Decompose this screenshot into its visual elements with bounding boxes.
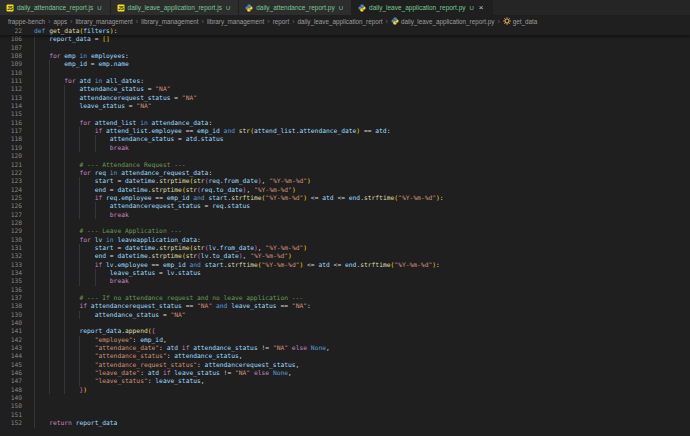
code-text: start = datetime.strptime(str(req.from_d… <box>95 177 311 185</box>
breadcrumb-item-library_management[interactable]: library_management <box>207 18 264 25</box>
code-line[interactable]: 150 <box>0 402 690 410</box>
code-line[interactable]: 109emp_id = emp.name <box>0 60 690 68</box>
breadcrumb-label: library_management <box>207 18 264 25</box>
code-line[interactable]: 151 <box>0 411 690 419</box>
indent-guides <box>34 402 49 410</box>
code-line[interactable]: 108for emp in employees: <box>0 52 690 60</box>
code-line[interactable]: 146"leave_date": atd if leave_status != … <box>0 369 690 377</box>
line-number: 115 <box>0 110 34 118</box>
git-untracked-badge: U <box>97 5 101 11</box>
code-line[interactable]: 113attendancerequest_status = "NA" <box>0 94 690 102</box>
breadcrumb-item-apps[interactable]: apps <box>53 18 67 25</box>
tab-daily_attendance_report.js[interactable]: JSdaily_attendance_report.jsU <box>0 0 111 15</box>
code-line[interactable]: 117if attend_list.employee == emp_id and… <box>0 127 690 135</box>
code-line[interactable]: 148}) <box>0 386 690 394</box>
code-line[interactable]: 107 <box>0 44 690 52</box>
code-text: "leave_date": atd if leave_status != "NA… <box>95 369 292 377</box>
code-text: "leave_status": leave_status, <box>95 377 205 385</box>
line-number: 134 <box>0 269 34 277</box>
code-line[interactable]: 132end = datetime.strptime(str(lv.to_dat… <box>0 252 690 260</box>
code-line[interactable]: 127break <box>0 211 690 219</box>
code-text: report_data.append({ <box>79 327 155 335</box>
code-line[interactable]: 114leave_status = "NA" <box>0 102 690 110</box>
code-line[interactable]: 131start = datetime.strptime(str(lv.from… <box>0 244 690 252</box>
code-line[interactable]: 111for atd in all_dates: <box>0 77 690 85</box>
code-line[interactable]: 141report_data.append({ <box>0 327 690 335</box>
code-line[interactable]: 125if req.employee == emp_id and start.s… <box>0 194 690 202</box>
indent-guides <box>34 286 79 294</box>
breadcrumb-item-frappe-bench[interactable]: frappe-bench <box>8 18 45 25</box>
tab-daily_attendance_report.py[interactable]: daily_attendance_report.pyU <box>239 0 352 15</box>
code-text: attendance_status = atd.status <box>110 135 224 143</box>
code-line[interactable]: 139attendance_status = "NA" <box>0 311 690 319</box>
indent-guides <box>34 311 95 319</box>
code-line[interactable]: 120 <box>0 152 690 160</box>
code-line[interactable]: 129# --- Leave Application --- <box>0 227 690 235</box>
code-line[interactable]: 140 <box>0 319 690 327</box>
code-line[interactable]: 112attendance_status = "NA" <box>0 85 690 93</box>
close-icon[interactable]: × <box>479 5 484 11</box>
code-text: for atd in all_dates: <box>64 77 144 85</box>
tab-daily_leave_application_report.js[interactable]: JSdaily_leave_application_report.jsU <box>111 0 240 15</box>
code-text: for lv in leaveapplication_data: <box>79 236 200 244</box>
code-line[interactable]: 115 <box>0 110 690 118</box>
code-line[interactable]: 134leave_status = lv.status <box>0 269 690 277</box>
breadcrumb-item-report[interactable]: report <box>273 18 289 25</box>
code-line[interactable]: 128 <box>0 219 690 227</box>
git-untracked-badge: U <box>339 5 343 11</box>
code-line[interactable]: 147"leave_status": leave_status, <box>0 377 690 385</box>
code-line[interactable]: 145"attendance_request_status": attendan… <box>0 361 690 369</box>
breadcrumb-item-get_data[interactable]: get_data <box>503 17 538 25</box>
line-number: 110 <box>0 69 34 77</box>
code-line[interactable]: 152return report_data <box>0 419 690 427</box>
line-number: 129 <box>0 227 34 235</box>
indent-guides <box>34 77 64 85</box>
code-line[interactable]: 110 <box>0 69 690 77</box>
line-number: 149 <box>0 394 34 402</box>
code-line[interactable]: 137# --- If no attendance request and no… <box>0 294 690 302</box>
code-text: break <box>110 144 129 152</box>
indent-guides <box>34 194 95 202</box>
indent-guides <box>34 127 95 135</box>
line-number: 130 <box>0 236 34 244</box>
sticky-scroll-line[interactable]: 22def get_data(filters): <box>0 27 690 35</box>
code-line[interactable]: 121# --- Attendance Request --- <box>0 161 690 169</box>
indent-guides <box>34 211 110 219</box>
code-text: for emp in employees: <box>49 52 129 60</box>
code-line[interactable]: 106report_data = [] <box>0 35 690 43</box>
code-line[interactable]: 124end = datetime.strptime(str(req.to_da… <box>0 186 690 194</box>
python-icon <box>391 17 399 25</box>
line-number: 22 <box>0 27 34 35</box>
tab-label: daily_leave_application_report.js <box>128 4 222 11</box>
indent-guides <box>34 394 49 402</box>
code-line[interactable]: 119break <box>0 144 690 152</box>
code-line[interactable]: 123start = datetime.strptime(str(req.fro… <box>0 177 690 185</box>
code-text: return report_data <box>49 419 117 427</box>
tab-bar: JSdaily_attendance_report.jsUJSdaily_lea… <box>0 0 690 15</box>
code-text: attendancerequest_status = req.status <box>110 202 250 210</box>
breadcrumb-item-library_management[interactable]: library_management <box>75 18 132 25</box>
code-line[interactable]: 144"attendance_status": attendance_statu… <box>0 352 690 360</box>
code-line[interactable]: 116for attend_list in attendance_data: <box>0 119 690 127</box>
code-line[interactable]: 22def get_data(filters): <box>0 27 690 35</box>
code-line[interactable]: 136 <box>0 286 690 294</box>
code-line[interactable]: 143"attendance_date": atd if attendance_… <box>0 344 690 352</box>
code-line[interactable]: 142"employee": emp_id, <box>0 336 690 344</box>
breadcrumb-item-library_management[interactable]: library_management <box>141 18 198 25</box>
code-line[interactable]: 118attendance_status = atd.status <box>0 135 690 143</box>
tab-daily_leave_application_report.py[interactable]: daily_leave_application_report.pyU× <box>352 0 493 15</box>
indent-guides <box>34 177 95 185</box>
indent-guides <box>34 236 79 244</box>
code-line[interactable]: 135break <box>0 277 690 285</box>
code-line[interactable]: 122for req in attendance_request_data: <box>0 169 690 177</box>
line-number: 126 <box>0 202 34 210</box>
breadcrumb-item-daily_leave_application_report[interactable]: daily_leave_application_report <box>298 18 383 25</box>
code-line[interactable]: 149 <box>0 394 690 402</box>
code-line[interactable]: 133if lv.employee == emp_id and start.st… <box>0 261 690 269</box>
code-line[interactable]: 138if attendancerequest_status == "NA" a… <box>0 302 690 310</box>
code-line[interactable]: 126attendancerequest_status = req.status <box>0 202 690 210</box>
line-number: 133 <box>0 261 34 269</box>
line-number: 117 <box>0 127 34 135</box>
breadcrumb-item-daily_leave_application_report.py[interactable]: daily_leave_application_report.py <box>391 17 494 25</box>
code-line[interactable]: 130for lv in leaveapplication_data: <box>0 236 690 244</box>
